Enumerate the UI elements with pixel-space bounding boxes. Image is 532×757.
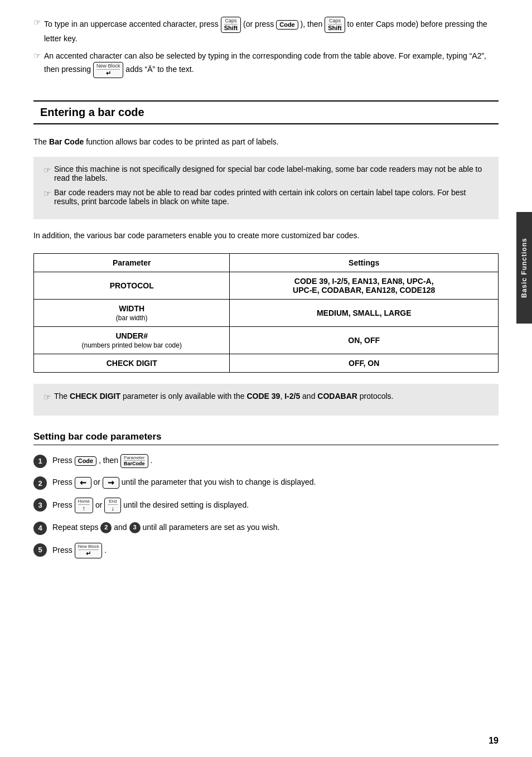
side-tab: Basic Functions — [516, 212, 532, 324]
newblock-key-top: New Block ↵ — [93, 62, 124, 78]
param-under: UNDER#(numbers printed below bar code) — [34, 326, 230, 354]
step-circle-1: 1 — [33, 455, 47, 468]
table-header-settings: Settings — [230, 253, 499, 272]
bullet-item-1: ☞ To type in an uppercase accented chara… — [33, 17, 499, 45]
param-width: WIDTH(bar width) — [34, 299, 230, 326]
i25-bold: I-2/5 — [284, 392, 300, 401]
checkdigit-note-box: ☞ The CHECK DIGIT parameter is only avai… — [33, 384, 499, 416]
bullet-text-1: To type in an uppercase accented charact… — [44, 17, 499, 45]
page-container: Basic Functions ☞ To type in an uppercas… — [0, 0, 532, 757]
caps-shift-key-1: Caps Shift — [221, 17, 241, 33]
table-row-width: WIDTH(bar width) MEDIUM, SMALL, LARGE — [34, 299, 499, 326]
table-row-protocol: PROTOCOL CODE 39, I-2/5, EAN13, EAN8, UP… — [34, 272, 499, 299]
step3-down-key: End ↓ — [104, 498, 121, 513]
note-text-2: Bar code readers may not be able to read… — [54, 188, 489, 206]
page-number: 19 — [489, 736, 499, 746]
section-heading: Entering a bar code — [33, 100, 499, 124]
finger-icon-1: ☞ — [33, 17, 41, 27]
checkdigit-note-item: ☞ The CHECK DIGIT parameter is only avai… — [43, 392, 489, 402]
caps-shift-key-2: Caps Shift — [325, 17, 345, 33]
settings-protocol: CODE 39, I-2/5, EAN13, EAN8, UPC-A,UPC-E… — [230, 272, 499, 299]
param-protocol: PROTOCOL — [34, 272, 230, 299]
step-text-4: Repeat steps 2 and 3 until all parameter… — [52, 521, 499, 533]
step-circle-4: 4 — [33, 522, 47, 535]
and-text: and — [114, 523, 129, 532]
step-text-5: Press New Block ↵ . — [52, 543, 499, 558]
barcode-bold: Bar Code — [49, 137, 84, 146]
top-bullets: ☞ To type in an uppercase accented chara… — [33, 17, 499, 89]
bullet-item-2: ☞ An accented character can also be sele… — [33, 50, 499, 78]
finger-icon-2: ☞ — [33, 51, 41, 61]
step-text-3: Press Home ↑ or End ↓ until the desired … — [52, 498, 499, 513]
note-text-1: Since this machine is not specifically d… — [54, 165, 489, 182]
step-text-1: Press Code , then Parameter BarCode . — [52, 454, 499, 468]
table-intro: In addition, the various bar code parame… — [33, 229, 499, 242]
parameter-table: Parameter Settings PROTOCOL CODE 39, I-2… — [33, 253, 499, 373]
step-ref-2: 2 — [100, 522, 112, 533]
settings-checkdigit: OFF, ON — [230, 354, 499, 372]
note-icon-1: ☞ — [43, 165, 51, 175]
step-circle-5: 5 — [33, 543, 47, 557]
step-5: 5 Press New Block ↵ . — [33, 543, 499, 558]
settings-under: ON, OFF — [230, 326, 499, 354]
step-ref-3: 3 — [129, 522, 141, 533]
note-item-2: ☞ Bar code readers may not be able to re… — [43, 188, 489, 206]
checkdigit-note-text: The CHECK DIGIT parameter is only availa… — [54, 392, 393, 401]
note-item-1: ☞ Since this machine is not specifically… — [43, 165, 489, 182]
table-header-parameter: Parameter — [34, 253, 230, 272]
section-title: Entering a bar code — [40, 106, 492, 119]
intro-paragraph: The Bar Code function allows bar codes t… — [33, 136, 499, 148]
subsection-title: Setting bar code parameters — [33, 431, 499, 442]
step1-barcode-key: Parameter BarCode — [120, 454, 148, 468]
checkdigit-note-icon: ☞ — [43, 392, 51, 402]
code-key-1: Code — [276, 20, 298, 30]
table-row-under: UNDER#(numbers printed below bar code) O… — [34, 326, 499, 354]
step2-right-key: ⇝ — [103, 477, 119, 489]
bullet-text-2: An accented character can also be select… — [44, 50, 499, 78]
note-icon-2: ☞ — [43, 189, 51, 199]
settings-width: MEDIUM, SMALL, LARGE — [230, 299, 499, 326]
step-circle-2: 2 — [33, 476, 47, 490]
code39-bold: CODE 39 — [246, 392, 280, 401]
step2-left-key: ⇜ — [75, 477, 91, 489]
param-checkdigit: CHECK DIGIT — [34, 354, 230, 372]
step-1: 1 Press Code , then Parameter BarCode . — [33, 454, 499, 468]
step5-enter-key: New Block ↵ — [75, 543, 103, 558]
codabar-bold: CODABAR — [317, 392, 357, 401]
note-box: ☞ Since this machine is not specifically… — [33, 157, 499, 219]
step-circle-3: 3 — [33, 498, 47, 512]
subsection-heading: Setting bar code parameters — [33, 431, 499, 445]
step1-code-key: Code — [75, 456, 97, 466]
step-text-2: Press ⇜ or ⇝ until the parameter that yo… — [52, 476, 499, 489]
table-row-checkdigit: CHECK DIGIT OFF, ON — [34, 354, 499, 372]
step3-up-key: Home ↑ — [75, 498, 93, 513]
step-3: 3 Press Home ↑ or End ↓ until the desire… — [33, 498, 499, 513]
side-tab-label: Basic Functions — [520, 238, 528, 298]
steps-list: 1 Press Code , then Parameter BarCode . … — [33, 454, 499, 558]
checkdigit-bold: CHECK DIGIT — [70, 392, 120, 401]
step-4: 4 Repeat steps 2 and 3 until all paramet… — [33, 521, 499, 535]
step-2: 2 Press ⇜ or ⇝ until the parameter that … — [33, 476, 499, 490]
